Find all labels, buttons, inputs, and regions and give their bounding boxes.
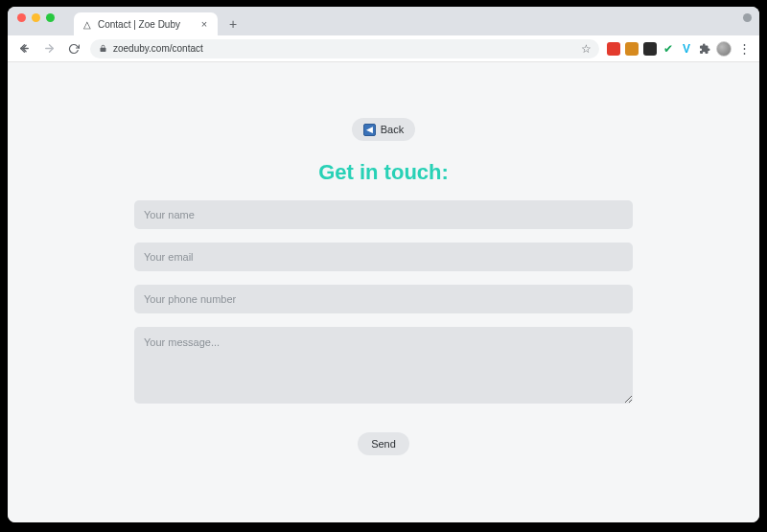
minimize-window-button[interactable] [32,13,40,22]
browser-menu-button[interactable]: ⋮ [736,41,752,57]
extension-vimeo-icon[interactable]: V [680,42,693,56]
nav-back-button[interactable] [15,40,33,58]
contact-form: Send [134,200,633,474]
contact-page: ◀ Back Get in touch: Send [134,118,633,522]
back-button-label: Back [381,124,404,135]
new-tab-button[interactable]: + [223,14,243,34]
browser-tab[interactable]: △ Contact | Zoe Duby × [74,12,218,35]
extension-check-icon[interactable]: ✔ [662,42,675,56]
phone-input[interactable] [134,285,633,313]
close-window-button[interactable] [17,13,26,22]
arrow-left-icon [18,42,31,55]
extensions-row: ✔ V ⋮ [607,41,752,57]
email-input[interactable] [134,243,633,271]
maximize-window-button[interactable] [46,13,55,22]
send-button[interactable]: Send [358,432,409,455]
back-arrow-icon: ◀ [363,124,376,136]
titlebar: △ Contact | Zoe Duby × + [8,7,759,35]
arrow-right-icon [43,42,56,55]
back-button[interactable]: ◀ Back [352,118,415,141]
extension-icon[interactable] [625,42,639,56]
profile-avatar[interactable] [716,41,732,57]
message-textarea[interactable] [134,327,633,404]
page-viewport: ◀ Back Get in touch: Send [8,62,759,522]
extension-icon[interactable] [607,42,620,56]
device-frame: △ Contact | Zoe Duby × + [0,0,767,532]
close-tab-button[interactable]: × [198,18,210,30]
window-menu-icon[interactable] [743,13,752,22]
url-text: zoeduby.com/contact [113,43,575,54]
tab-title: Contact | Zoe Duby [98,19,194,30]
extensions-menu-icon[interactable] [698,42,711,56]
page-title: Get in touch: [318,160,449,185]
lock-icon [98,44,107,54]
browser-toolbar: zoeduby.com/contact ☆ ✔ V ⋮ [8,35,759,62]
name-input[interactable] [134,200,633,229]
reload-icon [68,43,80,55]
browser-window: △ Contact | Zoe Duby × + [8,7,759,522]
tab-favicon-icon: △ [81,18,93,30]
bookmark-star-icon[interactable]: ☆ [581,42,592,56]
nav-forward-button[interactable] [40,40,58,58]
address-bar[interactable]: zoeduby.com/contact ☆ [90,39,599,58]
window-controls [17,7,55,35]
extension-icon[interactable] [643,42,657,56]
reload-button[interactable] [65,40,82,58]
